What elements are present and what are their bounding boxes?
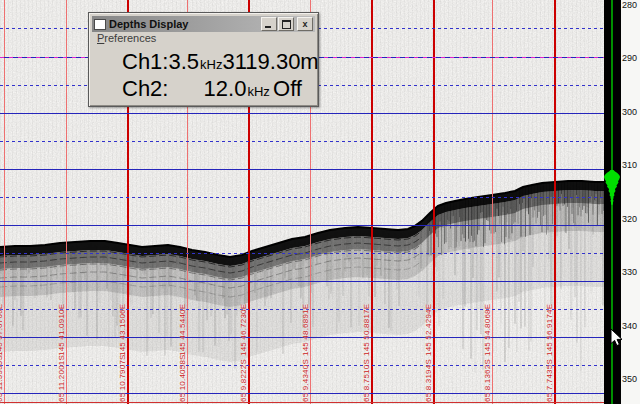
fix-longitude-label: 145 43.1506E — [118, 304, 127, 356]
depth-scale-label: 280 — [622, 0, 637, 10]
fix-latitude-label: 65 9.4340S — [301, 359, 310, 402]
depth-gridline-solid — [0, 225, 604, 226]
depth-scale: 280290300310320330340350 — [621, 0, 640, 404]
depth-gridline-dashed — [0, 141, 604, 142]
fix-gridline — [371, 0, 373, 404]
fix-latitude-label: 65 8.7510S — [362, 359, 371, 402]
depth-gridline-dashed — [0, 197, 604, 198]
window-body: Ch1: 3.5 kHz 3119.30m Ch2: 12.0 kHz Off — [92, 46, 315, 103]
window-menubar: Preferences — [92, 32, 315, 45]
fix-latitude-label: 65 11.2001S — [57, 355, 66, 402]
depth-gridline-dashed — [0, 253, 604, 254]
fix-longitude-label: 145 46.7230E — [239, 304, 248, 356]
close-button[interactable]: x — [297, 17, 313, 31]
fix-longitude-label: 145 50.8817E — [362, 304, 371, 356]
close-icon: x — [302, 20, 307, 29]
fix-latitude-label: 65 11.3953S — [0, 355, 4, 402]
depth-scale-label: 340 — [622, 321, 637, 331]
maximize-icon — [282, 20, 291, 29]
window-icon — [94, 19, 106, 30]
depth-scale-label: 290 — [622, 53, 637, 63]
window-title: Depths Display — [109, 16, 260, 32]
fix-latitude-label: 65 8.3194S — [424, 359, 433, 402]
channel-1-row: Ch1: 3.5 kHz 3119.30m — [92, 49, 315, 76]
fix-latitude-label: 65 9.8222S — [239, 359, 248, 402]
sonar-display-screen: 65 11.3953S145 37.0706E65 11.2001S145 41… — [0, 0, 640, 404]
fix-longitude-label: 145 52.4294E — [424, 304, 433, 356]
depth-gridline-solid — [0, 113, 604, 114]
depths-display-window[interactable]: Depths Display x Preferences Ch1: 3.5 kH… — [88, 12, 319, 107]
fix-latitude-label: 65 10.4058S — [178, 354, 187, 402]
fix-latitude-label: 65 10.7907S — [118, 354, 127, 402]
fix-gridline — [492, 0, 493, 404]
depth-scale-label: 350 — [622, 374, 637, 384]
fix-longitude-label: 145 54.8068E — [483, 304, 492, 356]
channel-2-label: Ch2: — [122, 76, 177, 102]
channel-2-row: Ch2: 12.0 kHz Off — [92, 76, 315, 103]
fix-gridline — [433, 0, 435, 404]
depth-scale-label: 310 — [622, 160, 637, 170]
bottom-red-line — [0, 402, 604, 403]
minimize-button[interactable] — [261, 17, 277, 31]
fix-longitude-label: 145 41.0910E — [57, 304, 66, 356]
depth-scale-label: 320 — [622, 214, 637, 224]
channel-1-depth: 3119.30m — [222, 49, 318, 75]
menu-preferences[interactable]: Preferences — [92, 32, 161, 44]
channel-2-unit: kHz — [246, 84, 273, 99]
channel-1-frequency: 3.5 — [168, 49, 199, 75]
fix-longitude-label: 145 37.0706E — [0, 304, 4, 356]
mouse-cursor-icon — [610, 328, 623, 347]
fix-gridline — [4, 0, 5, 404]
fix-gridline — [66, 0, 67, 404]
fix-longitude-label: 145 56.9174E — [545, 304, 554, 356]
depth-scale-label: 300 — [622, 107, 637, 117]
fix-latitude-label: 65 8.1362S — [483, 359, 492, 402]
fix-longitude-label: 145 44.5440E — [178, 304, 187, 356]
channel-1-label: Ch1: — [122, 49, 168, 75]
window-titlebar[interactable]: Depths Display x — [92, 16, 315, 32]
depth-gridline-solid — [0, 281, 604, 282]
channel-1-unit: kHz — [199, 57, 222, 72]
fix-longitude-label: 145 48.6891E — [301, 304, 310, 356]
depth-gridline-solid — [0, 169, 604, 170]
fix-latitude-label: 65 7.7435S — [545, 359, 554, 402]
channel-2-frequency: 12.0 — [177, 76, 246, 102]
depth-scale-label: 330 — [622, 267, 637, 277]
menu-preferences-rest: references — [104, 32, 156, 44]
fix-gridline — [554, 0, 556, 404]
maximize-button[interactable] — [278, 17, 294, 31]
minimize-icon — [265, 26, 271, 28]
channel-2-depth: Off — [273, 76, 302, 102]
